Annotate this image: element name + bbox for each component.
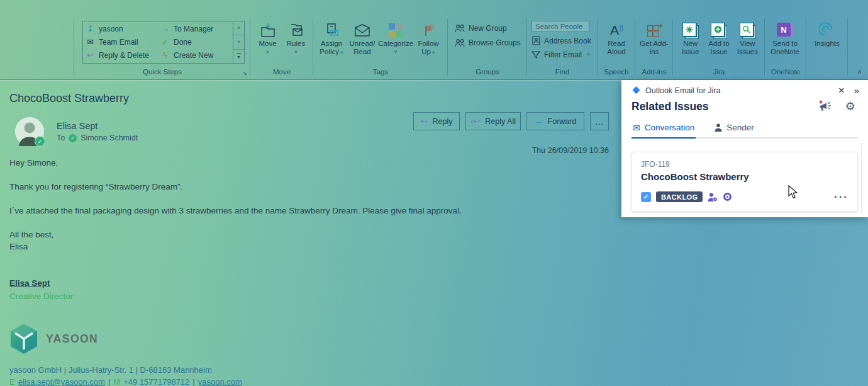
- move-to-folder-icon: ↧: [86, 25, 95, 33]
- group-label: Jira: [673, 68, 765, 76]
- signature-address: yasoon GmbH | Julius-Hatry-Str. 1 | D-68…: [9, 365, 242, 375]
- filter-email-button[interactable]: Filter Email ˅: [531, 49, 591, 60]
- search-people-input[interactable]: [531, 21, 589, 32]
- button-label: Move: [259, 40, 276, 48]
- button-label: Add to Issue: [704, 40, 733, 56]
- unread-read-button[interactable]: Unread/ Read: [347, 21, 378, 56]
- more-actions-button[interactable]: …: [590, 112, 609, 130]
- assign-policy-button[interactable]: Assign Policy˅: [316, 21, 347, 57]
- new-group-button[interactable]: New Group: [455, 23, 521, 33]
- check-icon: ✓: [643, 193, 648, 200]
- separator: |: [192, 377, 194, 386]
- button-label: Address Book: [544, 37, 591, 45]
- arrow-right-icon: →: [160, 25, 170, 33]
- chevron-down-icon: ˅: [587, 52, 590, 57]
- issue-summary[interactable]: ChocoBoost Strawberry: [641, 171, 849, 182]
- view-issues-button[interactable]: View Issues: [733, 21, 762, 56]
- new-issue-button[interactable]: New Issue: [676, 21, 704, 56]
- group-jira: New Issue Add to Issue View Issues Jira: [673, 0, 765, 79]
- quick-step-done[interactable]: ✓ Done: [160, 36, 230, 48]
- group-speech: A)) Read Aloud Speech: [598, 0, 635, 79]
- quick-step-create-new[interactable]: ϟ Create New: [160, 49, 230, 62]
- quick-step-to-manager[interactable]: → To Manager: [160, 23, 230, 35]
- quick-steps-overflow-button[interactable]: ▼: [233, 50, 244, 63]
- group-label: Find: [527, 68, 598, 76]
- panel-heading: Related Issues: [632, 100, 805, 113]
- rules-button[interactable]: Rules ˅: [282, 21, 310, 55]
- reply-all-arrow: ↩: [473, 116, 480, 126]
- group-label: Quick Steps: [74, 68, 250, 76]
- reply-all-button[interactable]: ‹↩ Reply All: [465, 112, 521, 130]
- forward-button[interactable]: → Forward: [526, 112, 584, 130]
- tab-conversation[interactable]: ✉ Conversation: [632, 120, 696, 139]
- people-icon: [455, 24, 465, 33]
- browse-groups-button[interactable]: Browse Groups: [455, 37, 521, 48]
- jira-addin-panel: Outlook Email for Jira × » Related Issue…: [621, 80, 868, 217]
- follow-up-flag-icon: [421, 21, 435, 40]
- to-label: To: [57, 133, 65, 142]
- tab-label: Conversation: [645, 123, 695, 132]
- button-label: Forward: [548, 117, 577, 126]
- address-book-icon: [531, 36, 540, 45]
- yasoon-logo-text: YASOON: [46, 332, 98, 346]
- reply-all-icon: ‹↩: [470, 116, 480, 126]
- collapse-right-icon[interactable]: »: [854, 86, 859, 95]
- panel-scrollbar[interactable]: [861, 143, 862, 214]
- quick-steps-dialog-launcher[interactable]: ↘: [242, 70, 247, 76]
- close-icon[interactable]: ×: [838, 86, 845, 95]
- email-link[interactable]: elisa.sept@yasoon.com: [18, 377, 105, 386]
- separator: |: [108, 377, 110, 386]
- chevron-down-icon: ˅: [394, 49, 398, 55]
- get-addins-button[interactable]: + Get Add-ins: [638, 21, 670, 56]
- sound-waves-icon: )): [619, 23, 623, 32]
- settings-gear-icon[interactable]: ⚙: [845, 101, 855, 112]
- quick-steps-scroll-down-button[interactable]: ˅: [233, 35, 244, 49]
- quick-steps-scroll-up-button[interactable]: ˄: [233, 21, 244, 35]
- address-book-button[interactable]: Address Book: [531, 35, 591, 46]
- quick-step-reply-delete[interactable]: ↩ Reply & Delete: [86, 49, 155, 62]
- group-label: Add-ins: [635, 68, 673, 76]
- button-label: New Group: [469, 24, 507, 33]
- tab-label: Sender: [726, 123, 754, 132]
- issue-card[interactable]: JFO-119 ChocoBoost Strawberry ✓ BACKLOG …: [632, 152, 858, 212]
- button-label: Unread/ Read: [347, 40, 378, 56]
- move-button[interactable]: Move ˅: [253, 21, 282, 55]
- recipient-name[interactable]: Simone Schmidt: [81, 133, 138, 142]
- categorize-button[interactable]: Categorize ˅: [378, 21, 413, 55]
- button-label: New Issue: [676, 40, 704, 56]
- quick-step-yasoon[interactable]: ↧ yasoon: [86, 23, 155, 35]
- reply-button[interactable]: ↩ Reply: [413, 112, 460, 130]
- tab-sender[interactable]: Sender: [713, 120, 755, 137]
- quick-step-team-email[interactable]: ✉ Team Email: [86, 36, 155, 48]
- envelope-icon: ✉: [86, 38, 95, 47]
- collapse-ribbon-icon[interactable]: ˄: [858, 68, 862, 76]
- button-label: Send to OneNote: [768, 40, 802, 56]
- read-aloud-icon: A)): [610, 21, 623, 40]
- overflow-icon: ▼: [236, 54, 241, 59]
- recipient-check-icon: ✓: [69, 134, 77, 142]
- button-label: Read Aloud: [601, 40, 632, 56]
- website-link[interactable]: yasoon.com: [198, 377, 242, 386]
- quick-step-label: Done: [174, 38, 192, 47]
- panel-tabs: ✉ Conversation Sender: [632, 120, 858, 139]
- sender-name[interactable]: Elisa Sept: [57, 121, 97, 131]
- button-label: Categorize: [378, 40, 413, 48]
- follow-up-button[interactable]: Follow Up˅: [413, 21, 443, 57]
- move-folder-icon: [260, 21, 276, 40]
- read-aloud-button[interactable]: A)) Read Aloud: [601, 21, 632, 56]
- add-to-issue-button[interactable]: Add to Issue: [704, 21, 733, 56]
- watch-icon[interactable]: [723, 192, 732, 202]
- forward-icon: →: [535, 116, 543, 126]
- card-more-options-icon[interactable]: ···: [834, 194, 849, 200]
- announcements-icon[interactable]: [818, 99, 833, 113]
- message-timestamp: Thu 26/09/2019 10:36: [532, 146, 609, 155]
- sender-avatar[interactable]: ✓: [15, 117, 44, 146]
- quick-steps-column-2: → To Manager ✓ Done ϟ Create New: [158, 21, 233, 63]
- group-label: Groups: [448, 68, 527, 76]
- new-issue-icon: [682, 21, 698, 40]
- send-to-onenote-button[interactable]: N Send to OneNote: [768, 21, 802, 56]
- insights-button[interactable]: Insights: [810, 21, 845, 48]
- group-quick-steps: ↧ yasoon ✉ Team Email ↩ Reply & Delete →…: [74, 0, 250, 79]
- mobile-prefix: M: [113, 377, 120, 386]
- assignee-icon[interactable]: [708, 193, 718, 202]
